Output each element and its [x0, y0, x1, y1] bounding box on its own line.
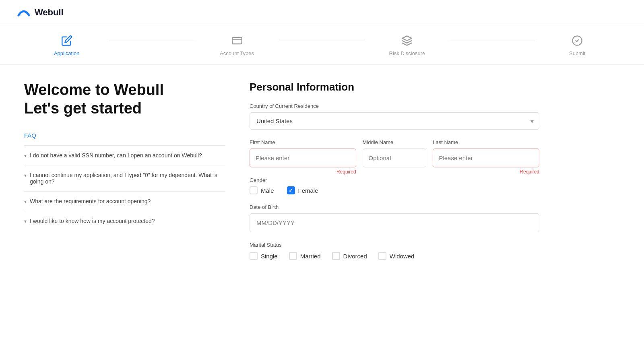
faq-question-1[interactable]: ▾ I cannot continue my application, and …	[24, 172, 225, 185]
layers-icon	[400, 33, 414, 48]
brand-name: Webull	[35, 7, 64, 18]
last-name-required: Required	[433, 169, 539, 175]
gender-male-option[interactable]: Male	[250, 186, 274, 194]
gender-female-option[interactable]: Female	[287, 186, 318, 194]
faq-label[interactable]: FAQ	[24, 132, 225, 139]
right-panel: Personal Information Country of Current …	[250, 81, 539, 270]
middle-name-label: Middle Name	[363, 139, 427, 145]
marital-widowed-label: Widowed	[390, 253, 415, 260]
first-name-input[interactable]	[250, 149, 356, 167]
marital-divorced-label: Divorced	[343, 253, 367, 260]
personal-info-title: Personal Information	[250, 81, 539, 93]
gender-section: Gender Male Female	[250, 177, 539, 194]
middle-name-field: Middle Name	[363, 139, 427, 175]
step-account-types[interactable]: Account Types	[194, 33, 279, 56]
marital-single-label: Single	[261, 253, 278, 260]
last-name-input[interactable]	[433, 149, 539, 167]
step-account-types-label: Account Types	[220, 50, 254, 56]
faq-question-3[interactable]: ▾ I would like to know how is my account…	[24, 218, 225, 224]
marital-widowed-checkbox[interactable]	[378, 252, 386, 260]
svg-marker-2	[402, 36, 412, 41]
first-name-required: Required	[250, 169, 356, 175]
country-select[interactable]: United StatesCanadaUnited KingdomAustral…	[250, 112, 539, 130]
marital-divorced-option[interactable]: Divorced	[332, 252, 367, 260]
gender-male-label: Male	[261, 187, 274, 194]
gender-label: Gender	[250, 177, 539, 183]
edit-icon	[60, 33, 74, 48]
svg-rect-0	[232, 37, 242, 44]
left-panel: Welcome to Webull Let's get started FAQ …	[24, 81, 225, 270]
step-risk-disclosure-label: Risk Disclosure	[389, 50, 425, 56]
marital-status-field: Marital Status Single Married Divorced W…	[250, 242, 539, 260]
faq-item-1: ▾ I cannot continue my application, and …	[24, 165, 225, 191]
name-inputs: First Name Required Middle Name Last Nam…	[250, 139, 539, 175]
name-fields-row: First Name Required Middle Name Last Nam…	[250, 139, 539, 175]
chevron-down-icon-1: ▾	[24, 173, 27, 178]
chevron-down-icon-3: ▾	[24, 219, 27, 224]
marital-divorced-checkbox[interactable]	[332, 252, 340, 260]
connector-3	[450, 41, 535, 41]
header: Webull	[0, 0, 644, 25]
gender-female-checkbox[interactable]	[287, 186, 295, 194]
card-icon	[230, 33, 244, 48]
webull-logo-icon	[16, 6, 31, 19]
step-risk-disclosure[interactable]: Risk Disclosure	[365, 33, 450, 56]
welcome-title: Welcome to Webull Let's get started	[24, 81, 225, 118]
chevron-down-icon-0: ▾	[24, 153, 27, 159]
dob-input[interactable]	[250, 213, 539, 232]
step-application[interactable]: Application	[24, 33, 109, 56]
connector-2	[279, 41, 364, 41]
marital-married-checkbox[interactable]	[289, 252, 297, 260]
main-content: Welcome to Webull Let's get started FAQ …	[0, 65, 564, 286]
last-name-field: Last Name Required	[433, 139, 539, 175]
middle-name-input[interactable]	[363, 149, 427, 167]
faq-item-2: ▾ What are the requirements for account …	[24, 191, 225, 211]
logo: Webull	[16, 6, 64, 19]
country-field: Country of Current Residence United Stat…	[250, 103, 539, 130]
dob-field: Date of Birth	[250, 204, 539, 232]
step-submit-label: Submit	[569, 50, 585, 56]
chevron-down-icon-2: ▾	[24, 199, 27, 204]
faq-item-0: ▾ I do not have a valid SSN number, can …	[24, 145, 225, 165]
country-label: Country of Current Residence	[250, 103, 539, 109]
connector-1	[109, 41, 194, 41]
step-submit[interactable]: Submit	[535, 33, 620, 56]
gender-female-label: Female	[298, 187, 318, 194]
marital-status-label: Marital Status	[250, 242, 539, 248]
marital-widowed-option[interactable]: Widowed	[378, 252, 415, 260]
first-name-field: First Name Required	[250, 139, 356, 175]
dob-label: Date of Birth	[250, 204, 539, 210]
faq-item-3: ▾ I would like to know how is my account…	[24, 211, 225, 231]
last-name-label: Last Name	[433, 139, 539, 145]
first-name-label: First Name	[250, 139, 356, 145]
marital-options: Single Married Divorced Widowed	[250, 252, 539, 260]
marital-married-label: Married	[300, 253, 321, 260]
check-circle-icon	[570, 33, 584, 48]
gender-options: Male Female	[250, 186, 539, 194]
progress-steps: Application Account Types Risk Disclosur…	[0, 25, 644, 65]
faq-question-0[interactable]: ▾ I do not have a valid SSN number, can …	[24, 152, 225, 159]
marital-married-option[interactable]: Married	[289, 252, 321, 260]
marital-single-checkbox[interactable]	[250, 252, 258, 260]
gender-male-checkbox[interactable]	[250, 186, 258, 194]
faq-question-2[interactable]: ▾ What are the requirements for account …	[24, 198, 225, 204]
country-select-wrapper: United StatesCanadaUnited KingdomAustral…	[250, 112, 539, 130]
marital-single-option[interactable]: Single	[250, 252, 278, 260]
step-application-label: Application	[54, 50, 80, 56]
